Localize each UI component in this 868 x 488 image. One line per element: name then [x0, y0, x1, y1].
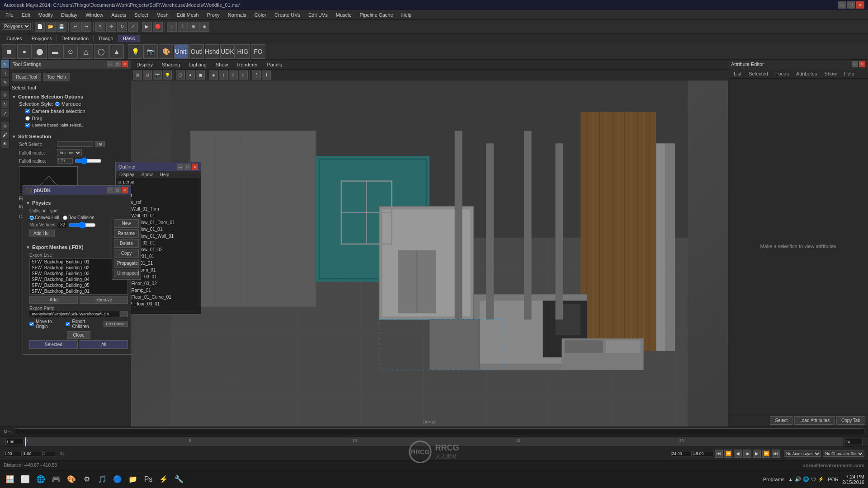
shelf-icon-units[interactable]: Unitl: [174, 44, 189, 59]
viewport-3d[interactable]: persp: [131, 80, 728, 427]
mel-input[interactable]: [15, 428, 864, 435]
outliner-maximize[interactable]: □: [184, 164, 191, 170]
pbudk-close[interactable]: ✕: [122, 187, 128, 193]
soft-select-reset[interactable]: Re: [95, 141, 105, 147]
ae-tab-attributes[interactable]: Attributes: [793, 70, 821, 77]
vp-tb-cam[interactable]: 📷: [153, 70, 162, 80]
taskbar-spotify[interactable]: 🎵: [96, 473, 108, 486]
tool-scale[interactable]: ⤢: [1, 109, 9, 117]
new-button[interactable]: New: [114, 219, 139, 228]
taskbar-app2[interactable]: ⚙: [80, 473, 93, 486]
shelf-icon-plane[interactable]: ▬: [48, 44, 62, 59]
vp-tb-smooth[interactable]: ●: [186, 70, 195, 80]
tb-translate[interactable]: ✛: [106, 22, 116, 32]
tb-snap-point[interactable]: ⊕: [189, 22, 198, 32]
physics-header[interactable]: ▼ Physics: [26, 197, 128, 207]
falloff-radius-input[interactable]: [57, 158, 73, 164]
camera-paint-checkbox[interactable]: [25, 123, 30, 127]
tool-help-button[interactable]: Tool Help: [43, 73, 70, 81]
tool-settings-maximize[interactable]: □: [114, 61, 121, 67]
shelf-icon-cube[interactable]: ◼: [2, 44, 16, 59]
soft-selection-header[interactable]: ▼ Soft Selection: [12, 132, 129, 140]
delete-button[interactable]: Delete: [114, 239, 139, 248]
tool-paint[interactable]: ✎: [1, 78, 9, 86]
outliner-persp[interactable]: ⊞persp: [116, 178, 201, 185]
menu-edit-uvs[interactable]: Edit UVs: [305, 11, 331, 19]
tool-settings-close[interactable]: ✕: [122, 61, 128, 67]
ae-tab-show[interactable]: Show: [821, 70, 840, 77]
ae-tab-focus[interactable]: Focus: [772, 70, 793, 77]
anim-play-back[interactable]: ◀: [734, 450, 742, 458]
shelf-icon-hig[interactable]: HIG: [236, 44, 250, 59]
menu-create-uvs[interactable]: Create UVs: [271, 11, 304, 19]
anim-next[interactable]: ⏩: [762, 450, 770, 458]
taskbar-photoshop[interactable]: Ps: [142, 473, 155, 486]
add-hull-button[interactable]: Add Hull: [29, 230, 55, 237]
outliner-minimize[interactable]: —: [177, 164, 184, 170]
close-panel-button[interactable]: Close: [67, 331, 90, 339]
tb-scale[interactable]: ⤢: [128, 22, 138, 32]
taskbar-app4[interactable]: 📁: [127, 473, 139, 486]
shelf-icon-cylinder[interactable]: ⬤: [33, 44, 47, 59]
tool-soft-select[interactable]: ⊕: [1, 122, 9, 130]
shelf-icon-pyramid[interactable]: ▲: [109, 44, 124, 59]
shelf-icon-torus[interactable]: ⊙: [63, 44, 78, 59]
tb-rotate[interactable]: ↻: [117, 22, 127, 32]
attr-copy-tab-button[interactable]: Copy Tab: [836, 416, 865, 425]
menu-muscle[interactable]: Muscle: [332, 11, 355, 19]
taskbar-epic[interactable]: 🎮: [50, 473, 62, 486]
vp-tb-lights[interactable]: 💡: [163, 70, 172, 80]
tool-rotate[interactable]: ↻: [1, 100, 9, 108]
shelf-icon-fo[interactable]: FO: [251, 44, 265, 59]
minimize-button[interactable]: —: [838, 1, 846, 9]
vp-tb-wire[interactable]: ⬡: [176, 70, 185, 80]
menu-proxy[interactable]: Proxy: [203, 11, 223, 19]
shelf-icon-cone[interactable]: △: [79, 44, 93, 59]
tool-show[interactable]: 👁: [1, 140, 9, 148]
tool-move[interactable]: ✛: [1, 91, 9, 99]
time-field-2[interactable]: [23, 451, 41, 456]
timeline-track[interactable]: 0 5 10 15 20: [25, 437, 843, 446]
tb-redo[interactable]: ↪: [81, 22, 91, 32]
close-button[interactable]: ✕: [856, 1, 864, 9]
rename-button[interactable]: Rename: [114, 229, 139, 238]
attr-load-attributes-button[interactable]: Load Attributes: [794, 416, 835, 425]
viewport-content[interactable]: Verts 9923 0 0 Edges 19163 0 0 Faces 962…: [131, 80, 728, 427]
taskbar-app6[interactable]: 🔧: [173, 473, 185, 486]
tb-save[interactable]: 💾: [57, 22, 66, 32]
tb-snap-surface[interactable]: ◈: [199, 22, 209, 32]
tb-select[interactable]: ↖: [95, 22, 105, 32]
menu-select[interactable]: Select: [131, 11, 152, 19]
anim-prev[interactable]: ⏪: [724, 450, 732, 458]
outliner-menu-show[interactable]: Show: [138, 171, 156, 178]
shelf-tab-polygons[interactable]: Polygons: [27, 35, 57, 42]
shelf-icon-material[interactable]: 🎨: [159, 44, 173, 59]
shelf-tab-thiago[interactable]: Thiago: [94, 35, 118, 42]
taskbar-browser[interactable]: 🌐: [34, 473, 47, 486]
shelf-icon-sphere[interactable]: ●: [17, 44, 32, 59]
remove-button[interactable]: Remove: [80, 296, 128, 304]
vp-tb-flat[interactable]: ◼: [196, 70, 205, 80]
reset-tool-button[interactable]: Reset Tool: [12, 73, 41, 81]
export-item-6[interactable]: SFW_Backdrop_Building_01: [30, 288, 127, 294]
ae-tab-help[interactable]: Help: [840, 70, 858, 77]
unmapped-button[interactable]: Unmapped: [114, 269, 139, 277]
pbudk-maximize[interactable]: □: [114, 187, 121, 193]
anim-layer-select[interactable]: No Anim Layer: [784, 450, 821, 457]
ae-tab-selected[interactable]: Selected: [745, 70, 772, 77]
soft-select-input[interactable]: [57, 141, 93, 147]
outliner-menu-display[interactable]: Display: [116, 171, 138, 178]
max-vertices-slider[interactable]: [69, 223, 96, 227]
fbx-preset-button[interactable]: FBXPreset: [104, 321, 128, 327]
vp-tb-res-high[interactable]: 3: [239, 70, 248, 80]
shelf-tab-basic[interactable]: Basic: [118, 35, 140, 42]
attr-select-button[interactable]: Select: [770, 416, 793, 425]
char-set-select[interactable]: No Character Set: [823, 450, 864, 457]
start-button[interactable]: 🪟: [4, 473, 16, 486]
anim-end[interactable]: [693, 451, 713, 456]
tb-new[interactable]: 📄: [35, 22, 45, 32]
menu-mesh[interactable]: Mesh: [153, 11, 172, 19]
pbudk-minimize[interactable]: —: [107, 187, 113, 193]
anim-play[interactable]: ▶: [753, 450, 761, 458]
timeline-start-field[interactable]: [5, 439, 24, 445]
